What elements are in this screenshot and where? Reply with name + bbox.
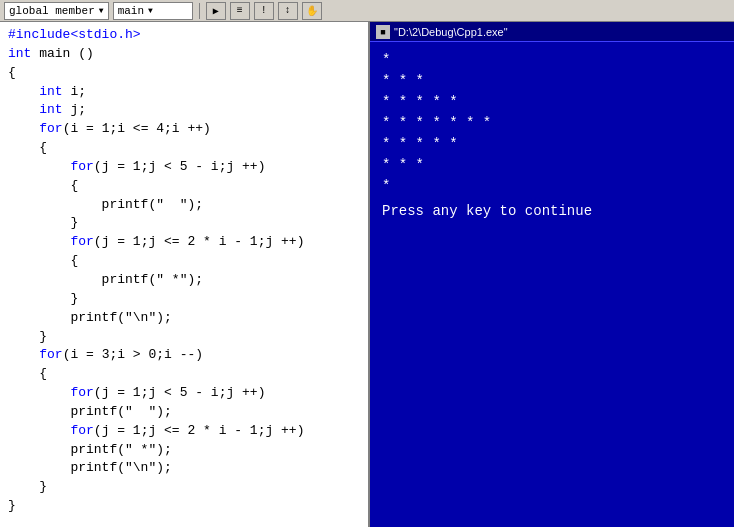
console-icon: ■ <box>376 25 390 39</box>
code-editor[interactable]: #include<stdio.h> int main () { int i; i… <box>0 22 370 527</box>
console-pane: ■ "D:\2\Debug\Cpp1.exe" * * * * * * * * … <box>370 22 734 527</box>
code-line: { <box>8 365 360 384</box>
code-line: for(j = 1;j < 5 - i;j ++) <box>8 384 360 403</box>
code-line: for(j = 1;j < 5 - i;j ++) <box>8 158 360 177</box>
code-line: } <box>8 214 360 233</box>
code-line: #include<stdio.h> <box>8 26 360 45</box>
code-line: int i; <box>8 83 360 102</box>
code-line: int j; <box>8 101 360 120</box>
code-line: { <box>8 177 360 196</box>
scope-label: global member <box>9 5 95 17</box>
alert-button[interactable]: ! <box>254 2 274 20</box>
code-line: for(i = 1;i <= 4;i ++) <box>8 120 360 139</box>
code-line: { <box>8 64 360 83</box>
console-titlebar: ■ "D:\2\Debug\Cpp1.exe" <box>370 22 734 42</box>
output-line-4: * * * * * * * <box>382 113 722 134</box>
menu-button[interactable]: ≡ <box>230 2 250 20</box>
main-area: #include<stdio.h> int main () { int i; i… <box>0 22 734 527</box>
code-line: } <box>8 497 360 516</box>
output-line-3: * * * * * <box>382 92 722 113</box>
press-any-key: Press any key to continue <box>382 201 722 222</box>
code-line: for(j = 1;j <= 2 * i - 1;j ++) <box>8 233 360 252</box>
function-label: main <box>118 5 144 17</box>
code-line: } <box>8 290 360 309</box>
scope-arrow: ▼ <box>99 6 104 15</box>
code-line: { <box>8 252 360 271</box>
code-line: printf("\n"); <box>8 309 360 328</box>
output-line-6: * * * <box>382 155 722 176</box>
output-line-1: * <box>382 50 722 71</box>
run-button[interactable]: ▶ <box>206 2 226 20</box>
function-arrow: ▼ <box>148 6 153 15</box>
hand-button[interactable]: ✋ <box>302 2 322 20</box>
code-line: for(j = 1;j <= 2 * i - 1;j ++) <box>8 422 360 441</box>
toolbar-separator <box>199 3 200 19</box>
code-line: int main () <box>8 45 360 64</box>
code-line: printf("\n"); <box>8 459 360 478</box>
scope-dropdown[interactable]: global member ▼ <box>4 2 109 20</box>
code-line: printf(" *"); <box>8 441 360 460</box>
code-line: printf(" "); <box>8 403 360 422</box>
code-line: { <box>8 139 360 158</box>
console-output: * * * * * * * * * * * * * * * * * * * * … <box>370 42 734 527</box>
code-line: } <box>8 478 360 497</box>
toolbar: global member ▼ main ▼ ▶ ≡ ! ↕ ✋ <box>0 0 734 22</box>
output-line-2: * * * <box>382 71 722 92</box>
code-line: } <box>8 328 360 347</box>
code-line: printf(" "); <box>8 196 360 215</box>
output-line-7: * <box>382 176 722 197</box>
console-title: "D:\2\Debug\Cpp1.exe" <box>394 26 508 38</box>
function-dropdown[interactable]: main ▼ <box>113 2 193 20</box>
sort-button[interactable]: ↕ <box>278 2 298 20</box>
code-line: printf(" *"); <box>8 271 360 290</box>
code-line: for(i = 3;i > 0;i --) <box>8 346 360 365</box>
output-line-5: * * * * * <box>382 134 722 155</box>
